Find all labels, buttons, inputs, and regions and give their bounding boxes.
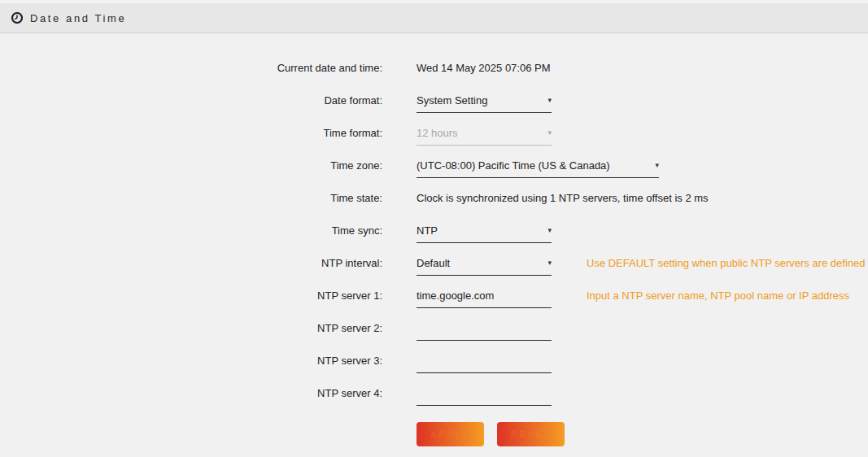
chevron-down-icon: ▾	[547, 259, 552, 267]
field-label: NTP server 4:	[0, 387, 382, 399]
row-ntp-interval: NTP interval: Default ▾ Use DEFAULT sett…	[0, 246, 868, 279]
field-label: NTP server 2:	[0, 322, 382, 334]
ntp-server-3-input[interactable]	[417, 355, 552, 373]
row-date-format: Date format: System Setting ▾	[0, 84, 868, 116]
field-label: NTP server 1:	[0, 289, 382, 302]
row-current-datetime: Current date and time: Wed 14 May 2025 0…	[0, 51, 868, 84]
ntp-interval-selected: Default	[417, 257, 450, 269]
row-ntp-server-1: NTP server 1: Input a NTP server name, N…	[0, 279, 868, 311]
date-format-dropdown[interactable]: System Setting ▾	[417, 94, 552, 113]
section-header: Date and Time	[0, 3, 868, 33]
ntp-server-2-input[interactable]	[417, 322, 552, 341]
field-label: Time state:	[0, 192, 382, 204]
ntp-interval-dropdown[interactable]: Default ▾	[417, 257, 552, 276]
page-title: Date and Time	[30, 12, 126, 24]
chevron-down-icon: ▾	[655, 161, 659, 169]
date-format-selected: System Setting	[417, 94, 487, 107]
row-time-sync: Time sync: NTP ▾	[0, 214, 868, 246]
ntp-server-1-hint: Input a NTP server name, NTP pool name o…	[587, 289, 849, 302]
ntp-server-1-input[interactable]	[417, 289, 552, 308]
field-label: Current date and time:	[0, 62, 382, 74]
field-label: Time format:	[0, 127, 382, 139]
row-ntp-server-3: NTP server 3:	[0, 344, 868, 376]
ntp-interval-hint: Use DEFAULT setting when public NTP serv…	[587, 257, 866, 269]
time-format-dropdown: 12 hours ▾	[417, 127, 552, 146]
time-zone-selected: (UTC-08:00) Pacific Time (US & Canada)	[417, 159, 610, 172]
field-label: Time zone:	[0, 159, 382, 172]
apply-button-label: APPLY	[418, 424, 482, 445]
row-time-state: Time state: Clock is synchronized using …	[0, 181, 868, 214]
field-label: Date format:	[0, 94, 382, 107]
time-sync-dropdown[interactable]: NTP ▾	[417, 224, 552, 243]
reset-button-label: RESET	[499, 424, 564, 445]
current-datetime-value: Wed 14 May 2025 07:06 PM	[417, 62, 551, 74]
time-zone-dropdown[interactable]: (UTC-08:00) Pacific Time (US & Canada) ▾	[417, 159, 659, 178]
field-label: Time sync:	[0, 224, 382, 237]
time-format-selected: 12 hours	[417, 127, 458, 139]
apply-button[interactable]: APPLY	[417, 422, 484, 446]
time-state-value: Clock is synchronized using 1 NTP server…	[417, 192, 709, 204]
date-time-form: Current date and time: Wed 14 May 2025 0…	[0, 33, 868, 446]
time-sync-selected: NTP	[417, 224, 438, 237]
reset-button[interactable]: RESET	[497, 422, 565, 446]
field-label: NTP interval:	[0, 257, 382, 269]
clock-icon	[11, 12, 23, 24]
row-time-format: Time format: 12 hours ▾	[0, 116, 868, 149]
row-ntp-server-4: NTP server 4:	[0, 376, 868, 409]
chevron-down-icon: ▾	[547, 128, 552, 137]
row-ntp-server-2: NTP server 2:	[0, 311, 868, 344]
field-label: NTP server 3:	[0, 355, 382, 367]
row-time-zone: Time zone: (UTC-08:00) Pacific Time (US …	[0, 149, 868, 181]
button-row: APPLY RESET	[417, 422, 868, 446]
ntp-server-4-input[interactable]	[417, 387, 552, 406]
chevron-down-icon: ▾	[547, 226, 552, 234]
chevron-down-icon: ▾	[547, 96, 552, 104]
